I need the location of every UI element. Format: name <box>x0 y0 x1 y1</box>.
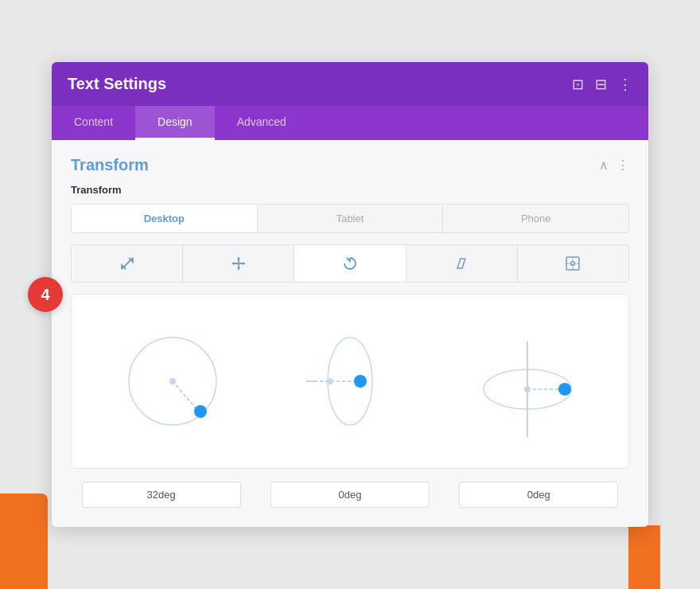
panel-header: Text Settings ⊡ ⊟ ⋮ <box>52 62 648 106</box>
svg-rect-2 <box>571 262 574 265</box>
svg-line-8 <box>173 381 196 409</box>
tool-skew[interactable] <box>406 245 518 282</box>
rotate-x-input[interactable] <box>270 482 430 508</box>
tab-content[interactable]: Content <box>52 106 135 140</box>
device-tab-desktop[interactable]: Desktop <box>72 205 258 232</box>
tab-advanced[interactable]: Advanced <box>215 106 309 140</box>
rotate-z-input[interactable] <box>82 482 241 508</box>
rotation-visualizer <box>71 294 629 469</box>
panel-title: Text Settings <box>68 75 166 93</box>
tab-design[interactable]: Design <box>135 106 215 140</box>
more-icon[interactable]: ⋮ <box>618 76 632 93</box>
frame-icon[interactable]: ⊡ <box>572 76 584 93</box>
section-title: Transform <box>71 156 149 174</box>
tool-scale[interactable] <box>72 245 183 282</box>
svg-point-9 <box>169 378 176 384</box>
section-header: Transform ∧ ⋮ <box>71 156 629 174</box>
tool-rotate[interactable] <box>294 245 406 282</box>
device-tab-tablet[interactable]: Tablet <box>258 205 444 232</box>
orange-decoration-bl <box>0 493 48 589</box>
step-badge: 4 <box>28 277 63 312</box>
panel-body: Transform ∧ ⋮ Transform Desktop Tablet P… <box>52 140 648 527</box>
svg-point-14 <box>354 375 367 388</box>
section-controls: ∧ ⋮ <box>599 158 629 173</box>
vis-rotate-x <box>265 318 434 445</box>
vis-rotate-y <box>443 318 612 445</box>
orange-decoration-br <box>628 525 660 589</box>
svg-point-19 <box>524 386 531 392</box>
rotate-y-input[interactable] <box>459 482 618 508</box>
section-more-icon[interactable]: ⋮ <box>616 158 629 173</box>
settings-panel: Text Settings ⊡ ⊟ ⋮ Content Design Advan… <box>52 62 648 527</box>
header-icons: ⊡ ⊟ ⋮ <box>572 76 632 93</box>
tool-origin[interactable] <box>518 245 628 282</box>
tool-button-bar <box>71 244 629 283</box>
degree-inputs-row <box>71 482 629 508</box>
svg-point-13 <box>327 378 333 384</box>
vis-rotate-z <box>88 326 257 437</box>
device-tab-bar: Desktop Tablet Phone <box>71 204 629 233</box>
panel-icon[interactable]: ⊟ <box>595 76 607 93</box>
device-tab-phone[interactable]: Phone <box>443 205 628 232</box>
collapse-icon[interactable]: ∧ <box>599 158 609 173</box>
svg-point-20 <box>558 383 571 396</box>
tab-bar: Content Design Advanced <box>52 106 648 140</box>
transform-label: Transform <box>71 184 629 196</box>
svg-point-10 <box>194 405 207 418</box>
tool-move[interactable] <box>183 245 294 282</box>
